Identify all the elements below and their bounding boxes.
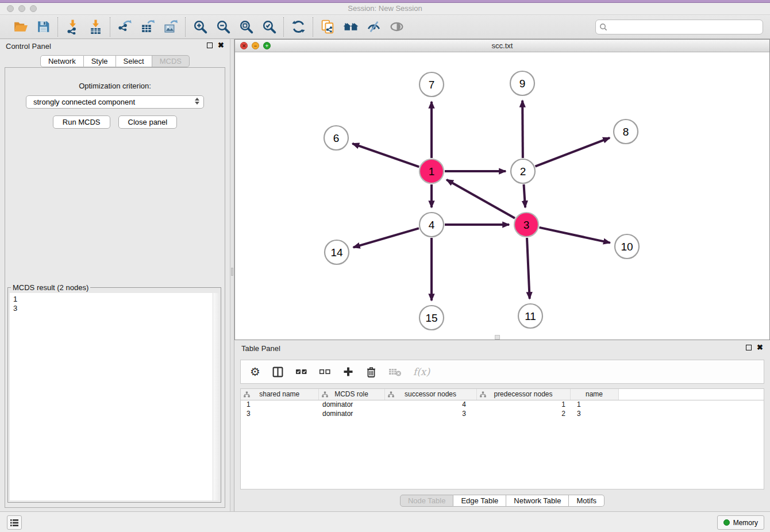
graph-edge-1-6[interactable] [352,144,419,167]
graph-node-8[interactable]: 8 [614,119,638,144]
network-overview-home-icon[interactable] [341,18,360,36]
tab-edge-table[interactable]: Edge Table [453,495,506,507]
tree-sort-icon [388,391,394,399]
tab-node-table[interactable]: Node Table [400,495,454,507]
table-cell[interactable]: 1 [570,400,618,409]
table-row[interactable]: 3dominator323 [241,409,764,418]
open-session-icon[interactable] [11,18,29,36]
table-cell[interactable]: 3 [570,409,618,418]
zoom-selected-icon[interactable] [260,18,278,36]
graph-node-2[interactable]: 2 [511,159,535,183]
search-icon [599,23,607,33]
table-cell[interactable]: dominator [318,409,384,418]
tab-network[interactable]: Network [40,55,84,67]
control-panel-title: Control Panel [6,42,51,51]
table-cell[interactable]: 3 [384,409,476,418]
memory-status-dot [723,519,730,526]
show-column-panel-icon[interactable] [272,366,284,378]
tab-network-table[interactable]: Network Table [506,495,569,507]
float-panel-icon[interactable] [207,43,213,48]
table-cell[interactable]: 4 [384,400,476,409]
network-graph[interactable]: 7968124314101511 [235,52,769,340]
graph-edge-2-8[interactable] [535,138,610,167]
node-table: shared name MCDS role successor nodes pr… [240,388,764,489]
import-network-icon[interactable] [63,18,82,36]
tree-sort-icon [322,391,328,399]
table-cell-empty [618,409,764,418]
table-cell[interactable]: 1 [476,400,570,409]
graph-edge-4-14[interactable] [353,228,419,247]
tab-select[interactable]: Select [116,55,152,67]
float-table-panel-icon[interactable] [746,345,752,350]
close-panel-button[interactable]: Close panel [118,115,178,129]
table-cell[interactable]: 2 [476,409,570,418]
graph-edge-3-10[interactable] [539,228,610,243]
graph-edge-3-11[interactable] [527,238,530,299]
graph-node-9[interactable]: 9 [510,71,534,95]
list-icon [10,519,19,527]
tab-mcds[interactable]: MCDS [152,55,190,67]
window-titlebar: Session: New Session [0,3,770,15]
graph-node-label: 10 [621,241,633,253]
export-image-icon[interactable] [161,18,180,36]
close-panel-icon[interactable]: ✖ [218,43,224,48]
close-table-panel-icon[interactable]: ✖ [757,345,763,350]
memory-button[interactable]: Memory [717,515,764,530]
save-session-icon[interactable] [34,18,52,36]
column-header-mcds-role[interactable]: MCDS role [318,389,384,400]
export-network-icon[interactable] [116,18,134,36]
graph-node-3[interactable]: 3 [514,213,538,237]
network-canvas[interactable]: 7968124314101511 [235,52,769,340]
graph-node-1[interactable]: 1 [419,159,444,183]
import-table-icon[interactable] [86,18,105,36]
criterion-dropdown[interactable]: strongly connected component [26,95,204,109]
graph-edge-3-1[interactable] [446,180,515,218]
search-input[interactable] [595,20,763,34]
column-header-shared-name[interactable]: shared name [241,389,318,400]
select-all-rows-icon[interactable] [295,368,307,376]
task-history-button[interactable] [7,515,22,530]
table-row[interactable]: 1dominator411 [241,400,764,409]
zoom-in-icon[interactable] [191,18,209,36]
run-mcds-button[interactable]: Run MCDS [53,115,110,129]
eye-icon[interactable] [387,18,406,36]
graph-node-10[interactable]: 10 [615,234,639,259]
divider-handle[interactable] [231,268,233,276]
column-header-name[interactable]: name [570,389,618,400]
window-title: Session: New Session [0,4,770,13]
graph-node-label: 2 [520,165,526,178]
canvas-resize-handle[interactable] [495,335,500,340]
tab-motifs[interactable]: Motifs [569,495,605,507]
column-header-successor-nodes[interactable]: successor nodes [384,389,476,400]
graph-node-label: 7 [429,79,435,91]
table-cell[interactable]: 3 [241,409,318,418]
graph-node-11[interactable]: 11 [518,304,542,328]
panel-divider[interactable] [230,39,234,511]
refresh-layout-icon[interactable] [289,18,307,36]
graph-node-15[interactable]: 15 [419,306,444,330]
show-hide-graphics-details-icon[interactable] [364,18,383,36]
function-builder-icon[interactable]: f(x) [413,366,430,377]
add-column-icon[interactable] [342,366,354,377]
delete-rows-trash-icon[interactable] [365,366,377,378]
graph-node-label: 15 [425,312,437,324]
table-settings-gear-icon[interactable]: ⚙ [250,366,260,377]
graph-edge-2-3[interactable] [523,184,525,207]
graph-node-6[interactable]: 6 [324,126,348,150]
graph-node-7[interactable]: 7 [419,72,444,97]
graph-edge-2-9[interactable] [522,101,523,158]
graph-node-4[interactable]: 4 [419,213,444,237]
zoom-fit-icon[interactable] [237,18,255,36]
result-scrollbar[interactable] [213,293,219,500]
status-bar: Memory [0,511,770,532]
deselect-all-rows-icon[interactable] [319,368,331,376]
tab-style[interactable]: Style [84,55,116,67]
new-network-from-selection-icon[interactable] [318,18,337,36]
delete-table-icon[interactable] [388,367,402,377]
export-table-icon[interactable] [138,18,157,36]
graph-node-14[interactable]: 14 [325,240,349,264]
table-cell[interactable]: 1 [241,400,318,409]
zoom-out-icon[interactable] [214,18,232,36]
table-cell[interactable]: dominator [318,400,384,409]
column-header-predecessor-nodes[interactable]: predecessor nodes [476,389,570,400]
